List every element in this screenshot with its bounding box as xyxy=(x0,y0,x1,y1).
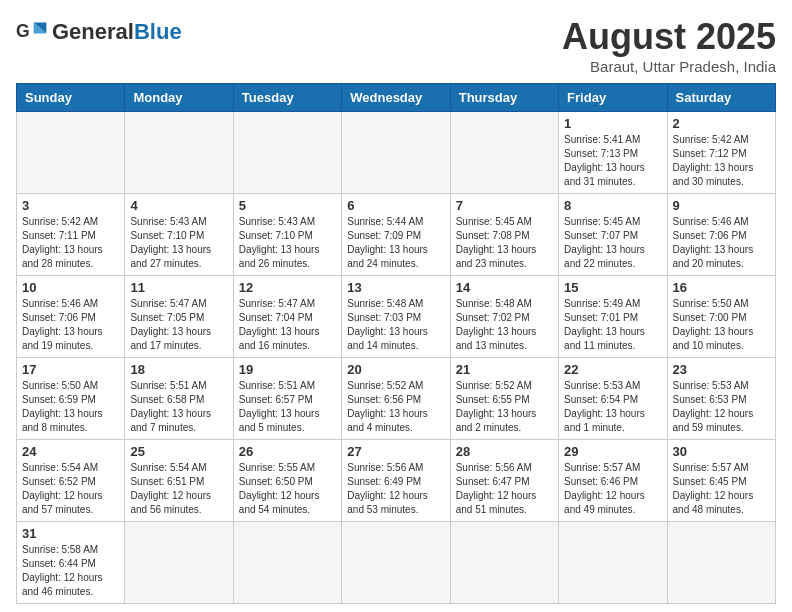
day-number: 4 xyxy=(130,198,227,213)
day-number: 19 xyxy=(239,362,336,377)
weekday-header-row: SundayMondayTuesdayWednesdayThursdayFrid… xyxy=(17,84,776,112)
day-number: 2 xyxy=(673,116,770,131)
day-number: 23 xyxy=(673,362,770,377)
day-info: Sunrise: 5:53 AM Sunset: 6:54 PM Dayligh… xyxy=(564,379,661,435)
header: G GeneralBlue August 2025 Baraut, Uttar … xyxy=(16,16,776,75)
day-number: 17 xyxy=(22,362,119,377)
day-info: Sunrise: 5:58 AM Sunset: 6:44 PM Dayligh… xyxy=(22,543,119,599)
day-info: Sunrise: 5:50 AM Sunset: 6:59 PM Dayligh… xyxy=(22,379,119,435)
calendar-day-cell xyxy=(125,522,233,604)
day-info: Sunrise: 5:44 AM Sunset: 7:09 PM Dayligh… xyxy=(347,215,444,271)
weekday-header-tuesday: Tuesday xyxy=(233,84,341,112)
day-number: 14 xyxy=(456,280,553,295)
day-info: Sunrise: 5:46 AM Sunset: 7:06 PM Dayligh… xyxy=(22,297,119,353)
calendar-day-cell: 6Sunrise: 5:44 AM Sunset: 7:09 PM Daylig… xyxy=(342,194,450,276)
day-number: 30 xyxy=(673,444,770,459)
day-number: 5 xyxy=(239,198,336,213)
day-number: 8 xyxy=(564,198,661,213)
day-info: Sunrise: 5:50 AM Sunset: 7:00 PM Dayligh… xyxy=(673,297,770,353)
calendar-day-cell xyxy=(125,112,233,194)
day-info: Sunrise: 5:43 AM Sunset: 7:10 PM Dayligh… xyxy=(239,215,336,271)
calendar-day-cell: 31Sunrise: 5:58 AM Sunset: 6:44 PM Dayli… xyxy=(17,522,125,604)
day-info: Sunrise: 5:57 AM Sunset: 6:46 PM Dayligh… xyxy=(564,461,661,517)
calendar-day-cell: 3Sunrise: 5:42 AM Sunset: 7:11 PM Daylig… xyxy=(17,194,125,276)
day-info: Sunrise: 5:49 AM Sunset: 7:01 PM Dayligh… xyxy=(564,297,661,353)
calendar-day-cell xyxy=(342,522,450,604)
day-info: Sunrise: 5:46 AM Sunset: 7:06 PM Dayligh… xyxy=(673,215,770,271)
calendar-day-cell: 29Sunrise: 5:57 AM Sunset: 6:46 PM Dayli… xyxy=(559,440,667,522)
calendar-day-cell: 14Sunrise: 5:48 AM Sunset: 7:02 PM Dayli… xyxy=(450,276,558,358)
day-info: Sunrise: 5:56 AM Sunset: 6:49 PM Dayligh… xyxy=(347,461,444,517)
day-info: Sunrise: 5:45 AM Sunset: 7:07 PM Dayligh… xyxy=(564,215,661,271)
day-info: Sunrise: 5:45 AM Sunset: 7:08 PM Dayligh… xyxy=(456,215,553,271)
calendar-day-cell: 17Sunrise: 5:50 AM Sunset: 6:59 PM Dayli… xyxy=(17,358,125,440)
day-number: 22 xyxy=(564,362,661,377)
calendar-week-row: 17Sunrise: 5:50 AM Sunset: 6:59 PM Dayli… xyxy=(17,358,776,440)
weekday-header-sunday: Sunday xyxy=(17,84,125,112)
calendar-day-cell: 4Sunrise: 5:43 AM Sunset: 7:10 PM Daylig… xyxy=(125,194,233,276)
day-info: Sunrise: 5:51 AM Sunset: 6:57 PM Dayligh… xyxy=(239,379,336,435)
calendar-day-cell: 24Sunrise: 5:54 AM Sunset: 6:52 PM Dayli… xyxy=(17,440,125,522)
day-info: Sunrise: 5:52 AM Sunset: 6:55 PM Dayligh… xyxy=(456,379,553,435)
day-number: 26 xyxy=(239,444,336,459)
day-number: 13 xyxy=(347,280,444,295)
calendar-day-cell: 22Sunrise: 5:53 AM Sunset: 6:54 PM Dayli… xyxy=(559,358,667,440)
calendar-day-cell: 2Sunrise: 5:42 AM Sunset: 7:12 PM Daylig… xyxy=(667,112,775,194)
day-info: Sunrise: 5:52 AM Sunset: 6:56 PM Dayligh… xyxy=(347,379,444,435)
day-info: Sunrise: 5:47 AM Sunset: 7:05 PM Dayligh… xyxy=(130,297,227,353)
weekday-header-thursday: Thursday xyxy=(450,84,558,112)
day-info: Sunrise: 5:43 AM Sunset: 7:10 PM Dayligh… xyxy=(130,215,227,271)
svg-text:G: G xyxy=(16,21,30,41)
weekday-header-friday: Friday xyxy=(559,84,667,112)
day-number: 29 xyxy=(564,444,661,459)
weekday-header-saturday: Saturday xyxy=(667,84,775,112)
day-info: Sunrise: 5:54 AM Sunset: 6:52 PM Dayligh… xyxy=(22,461,119,517)
calendar-week-row: 24Sunrise: 5:54 AM Sunset: 6:52 PM Dayli… xyxy=(17,440,776,522)
day-number: 21 xyxy=(456,362,553,377)
calendar-day-cell: 28Sunrise: 5:56 AM Sunset: 6:47 PM Dayli… xyxy=(450,440,558,522)
day-number: 18 xyxy=(130,362,227,377)
calendar-day-cell xyxy=(559,522,667,604)
calendar-week-row: 31Sunrise: 5:58 AM Sunset: 6:44 PM Dayli… xyxy=(17,522,776,604)
calendar-day-cell xyxy=(450,522,558,604)
calendar-day-cell xyxy=(17,112,125,194)
day-info: Sunrise: 5:55 AM Sunset: 6:50 PM Dayligh… xyxy=(239,461,336,517)
calendar-day-cell: 9Sunrise: 5:46 AM Sunset: 7:06 PM Daylig… xyxy=(667,194,775,276)
day-number: 28 xyxy=(456,444,553,459)
calendar-table: SundayMondayTuesdayWednesdayThursdayFrid… xyxy=(16,83,776,604)
calendar-day-cell xyxy=(450,112,558,194)
day-info: Sunrise: 5:54 AM Sunset: 6:51 PM Dayligh… xyxy=(130,461,227,517)
logo-icon: G xyxy=(16,16,48,48)
calendar-day-cell: 7Sunrise: 5:45 AM Sunset: 7:08 PM Daylig… xyxy=(450,194,558,276)
day-number: 6 xyxy=(347,198,444,213)
day-number: 20 xyxy=(347,362,444,377)
calendar-week-row: 10Sunrise: 5:46 AM Sunset: 7:06 PM Dayli… xyxy=(17,276,776,358)
day-number: 27 xyxy=(347,444,444,459)
day-info: Sunrise: 5:41 AM Sunset: 7:13 PM Dayligh… xyxy=(564,133,661,189)
title-block: August 2025 Baraut, Uttar Pradesh, India xyxy=(562,16,776,75)
calendar-day-cell: 23Sunrise: 5:53 AM Sunset: 6:53 PM Dayli… xyxy=(667,358,775,440)
calendar-day-cell: 26Sunrise: 5:55 AM Sunset: 6:50 PM Dayli… xyxy=(233,440,341,522)
day-number: 9 xyxy=(673,198,770,213)
day-info: Sunrise: 5:42 AM Sunset: 7:11 PM Dayligh… xyxy=(22,215,119,271)
day-number: 16 xyxy=(673,280,770,295)
calendar-day-cell: 1Sunrise: 5:41 AM Sunset: 7:13 PM Daylig… xyxy=(559,112,667,194)
day-info: Sunrise: 5:57 AM Sunset: 6:45 PM Dayligh… xyxy=(673,461,770,517)
day-info: Sunrise: 5:51 AM Sunset: 6:58 PM Dayligh… xyxy=(130,379,227,435)
day-number: 10 xyxy=(22,280,119,295)
logo-text: GeneralBlue xyxy=(52,21,182,43)
day-info: Sunrise: 5:48 AM Sunset: 7:02 PM Dayligh… xyxy=(456,297,553,353)
calendar-day-cell xyxy=(342,112,450,194)
calendar-day-cell: 27Sunrise: 5:56 AM Sunset: 6:49 PM Dayli… xyxy=(342,440,450,522)
day-info: Sunrise: 5:42 AM Sunset: 7:12 PM Dayligh… xyxy=(673,133,770,189)
calendar-subtitle: Baraut, Uttar Pradesh, India xyxy=(562,58,776,75)
calendar-day-cell xyxy=(233,522,341,604)
calendar-day-cell: 13Sunrise: 5:48 AM Sunset: 7:03 PM Dayli… xyxy=(342,276,450,358)
day-info: Sunrise: 5:53 AM Sunset: 6:53 PM Dayligh… xyxy=(673,379,770,435)
weekday-header-wednesday: Wednesday xyxy=(342,84,450,112)
calendar-week-row: 1Sunrise: 5:41 AM Sunset: 7:13 PM Daylig… xyxy=(17,112,776,194)
calendar-title: August 2025 xyxy=(562,16,776,58)
calendar-day-cell: 20Sunrise: 5:52 AM Sunset: 6:56 PM Dayli… xyxy=(342,358,450,440)
calendar-day-cell: 25Sunrise: 5:54 AM Sunset: 6:51 PM Dayli… xyxy=(125,440,233,522)
day-number: 15 xyxy=(564,280,661,295)
